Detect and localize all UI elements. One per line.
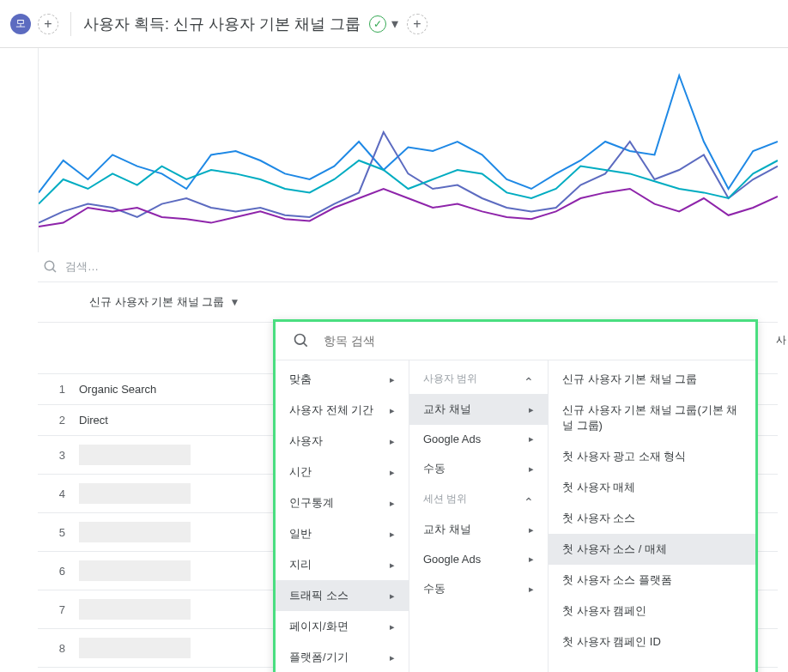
row-dimension [72, 590, 244, 629]
table-search[interactable]: 검색… [43, 259, 773, 275]
chart-series [39, 132, 778, 223]
popup-scope-item[interactable]: 교차 채널 [409, 394, 548, 425]
popup-item-label: 첫 사용자 캠페인 ID [562, 634, 661, 650]
row-dimension [72, 475, 244, 513]
popup-column-dimensions: 신규 사용자 기본 채널 그룹신규 사용자 기본 채널 그룹(기본 채널 그룹)… [549, 360, 755, 672]
popup-item-label: 인구통계 [289, 495, 334, 511]
redacted-block [79, 483, 191, 504]
row-index: 8 [38, 629, 72, 668]
row-dimension [72, 436, 244, 475]
row-dimension [72, 513, 244, 552]
svg-line-3 [304, 343, 307, 347]
popup-scope-item[interactable]: 교차 채널 [409, 514, 548, 545]
divider [70, 12, 71, 36]
redacted-block [79, 560, 191, 581]
popup-dimension-item[interactable]: 첫 사용자 캠페인 [549, 596, 755, 627]
popup-header-label: 사용자 범위 [423, 372, 477, 386]
popup-search [276, 322, 755, 360]
row-dimension [72, 552, 244, 590]
popup-item-label: 페이지/화면 [289, 619, 349, 634]
status-check-icon[interactable]: ✓ [369, 15, 386, 33]
popup-item-label: 수동 [423, 581, 446, 596]
table-search-row: 검색… [38, 252, 778, 282]
row-index: 9 [38, 668, 72, 673]
popup-item-label: 지리 [289, 557, 312, 572]
redacted-block [79, 522, 191, 542]
popup-item-label: 맞춤 [289, 372, 312, 387]
popup-category-item[interactable]: 사용자 [276, 426, 409, 457]
popup-dimension-item[interactable]: 첫 사용자 소스 [549, 503, 755, 534]
row-index: 5 [38, 513, 72, 552]
row-index: 7 [38, 590, 72, 629]
topbar: 모 + 사용자 획득: 신규 사용자 기본 채널 그룹 ✓ ▾ + [0, 0, 788, 48]
popup-item-label: 일반 [289, 526, 312, 542]
chevron-down-icon[interactable]: ▾ [391, 15, 398, 32]
popup-scope-header[interactable]: 사용자 범위 [409, 364, 548, 394]
popup-dimension-item[interactable]: 신규 사용자 기본 채널 그룹 [549, 364, 755, 395]
svg-point-2 [295, 335, 306, 345]
popup-item-label: 첫 사용자 소스 [562, 511, 635, 526]
popup-item-label: 첫 사용자 매체 [562, 480, 635, 495]
search-icon [293, 332, 310, 349]
popup-dimension-item[interactable]: 첫 사용자 매체 [549, 472, 755, 503]
dimension-row: 신규 사용자 기본 채널 그룹 ▼ [38, 282, 778, 323]
row-index: 6 [38, 552, 72, 590]
popup-item-label: 신규 사용자 기본 채널 그룹 [562, 372, 697, 387]
popup-category-item[interactable]: 시간 [276, 457, 409, 487]
dimension-picker[interactable]: 신규 사용자 기본 채널 그룹 [89, 294, 224, 310]
popup-category-item[interactable]: 트래픽 소스 [276, 580, 409, 611]
avatar[interactable]: 모 [10, 14, 31, 34]
svg-point-0 [45, 261, 54, 270]
popup-dimension-item[interactable]: 첫 사용자 캠페인 ID [549, 627, 755, 657]
search-icon [43, 259, 58, 275]
row-dimension: Referral [72, 668, 244, 673]
popup-item-label: 사용자 전체 기간 [289, 403, 373, 418]
line-chart [39, 57, 778, 245]
popup-scope-item[interactable]: 수동 [409, 573, 548, 604]
popup-dimension-item[interactable]: 첫 사용자 광고 소재 형식 [549, 441, 755, 472]
row-index: 4 [38, 475, 72, 513]
popup-category-item[interactable]: 플랫폼/기기 [276, 642, 409, 672]
popup-dimension-item[interactable]: 첫 사용자 소스 / 매체 [549, 534, 755, 565]
add-segment-button[interactable]: + [38, 14, 58, 34]
add-comparison-button[interactable]: + [407, 14, 427, 34]
popup-category-item[interactable]: 인구통계 [276, 487, 409, 518]
popup-category-item[interactable]: 맞춤 [276, 364, 409, 395]
popup-category-item[interactable]: 지리 [276, 549, 409, 580]
popup-dimension-item[interactable]: 첫 사용자 소스 플랫폼 [549, 565, 755, 596]
row-dimension [72, 629, 244, 668]
row-dimension: Direct [72, 405, 244, 436]
right-cut-label: 사 [776, 333, 786, 348]
row-dimension: Organic Search [72, 374, 244, 405]
popup-item-label: Google Ads [423, 553, 481, 566]
row-index: 1 [38, 374, 72, 405]
popup-item-label: 트래픽 소스 [289, 588, 349, 603]
popup-scope-header[interactable]: 세션 범위 [409, 484, 548, 514]
popup-item-label: 사용자 [289, 433, 323, 449]
chart-area [38, 48, 778, 252]
popup-category-item[interactable]: 사용자 전체 기간 [276, 395, 409, 426]
popup-item-label: 신규 사용자 기본 채널 그룹(기본 채널 그룹) [562, 403, 742, 433]
row-index: 3 [38, 436, 72, 475]
popup-header-label: 세션 범위 [423, 492, 467, 506]
redacted-block [79, 599, 191, 620]
popup-item-label: 교차 채널 [423, 522, 471, 537]
search-placeholder: 검색… [65, 259, 99, 275]
popup-column-categories: 맞춤사용자 전체 기간사용자시간인구통계일반지리트래픽 소스페이지/화면플랫폼/… [276, 360, 409, 672]
popup-category-item[interactable]: 페이지/화면 [276, 611, 409, 642]
popup-scope-item[interactable]: Google Ads [409, 425, 548, 453]
popup-item-label: 시간 [289, 464, 312, 480]
popup-scope-item[interactable]: 수동 [409, 453, 548, 484]
chevron-down-icon[interactable]: ▼ [229, 296, 239, 308]
popup-category-item[interactable]: 일반 [276, 518, 409, 549]
popup-body: 맞춤사용자 전체 기간사용자시간인구통계일반지리트래픽 소스페이지/화면플랫폼/… [276, 360, 755, 672]
popup-column-scopes: 사용자 범위교차 채널Google Ads수동세션 범위교차 채널Google … [409, 360, 549, 672]
popup-item-label: 첫 사용자 소스 플랫폼 [562, 572, 672, 588]
popup-item-label: Google Ads [423, 433, 481, 445]
page-title: 사용자 획득: 신규 사용자 기본 채널 그룹 [83, 14, 361, 34]
popup-item-label: 첫 사용자 광고 소재 형식 [562, 449, 686, 464]
popup-scope-item[interactable]: Google Ads [409, 545, 548, 573]
chart-series [39, 189, 778, 227]
popup-dimension-item[interactable]: 신규 사용자 기본 채널 그룹(기본 채널 그룹) [549, 395, 755, 441]
popup-search-input[interactable] [324, 334, 738, 348]
